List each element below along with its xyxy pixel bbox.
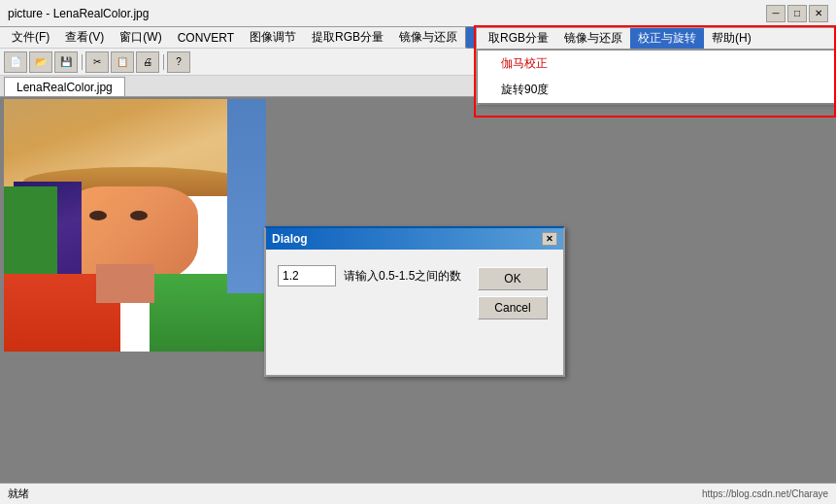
image-panel (4, 99, 266, 352)
popup-help[interactable]: 帮助(H) (704, 28, 759, 49)
popup-correct[interactable]: 校正与旋转 (630, 28, 704, 49)
menu-file[interactable]: 文件(F) (4, 27, 57, 48)
dialog-title-bar: Dialog ✕ (266, 228, 563, 250)
print-button[interactable]: 🖨 (136, 51, 159, 73)
toolbar-sep-1 (80, 51, 84, 73)
menu-mirror[interactable]: 镜像与还原 (391, 27, 465, 48)
dialog-prompt: 请输入0.5-1.5之间的数 (344, 268, 461, 285)
title-bar: picture - LenaRealColor.jpg ─ □ ✕ (0, 0, 836, 27)
popup-dropdown: 伽马校正 旋转90度 (477, 50, 835, 104)
popup-rgb[interactable]: 取RGB分量 (481, 28, 556, 49)
menu-rgb[interactable]: 提取RGB分量 (304, 27, 391, 48)
window-title: picture - LenaRealColor.jpg (8, 7, 149, 20)
status-bar: 就绪 https://blog.csdn.net/Charaye (0, 483, 836, 504)
menu-window[interactable]: 窗口(W) (112, 27, 169, 48)
close-button[interactable]: ✕ (809, 5, 828, 22)
menu-adjust[interactable]: 图像调节 (242, 27, 304, 48)
toolbar-sep-2 (161, 51, 165, 73)
main-content: LenaRealColor.jpg (0, 76, 836, 483)
app-window: picture - LenaRealColor.jpg ─ □ ✕ 文件(F) … (0, 0, 836, 504)
popup-menu-bar: 取RGB分量 镜像与还原 校正与旋转 帮助(H) (477, 28, 835, 50)
open-button[interactable]: 📂 (29, 51, 52, 73)
lena-image (4, 99, 266, 352)
dialog: Dialog ✕ 请输入0.5-1.5之间的数 OK Cancel (264, 226, 565, 377)
popup-mirror[interactable]: 镜像与还原 (556, 28, 630, 49)
maximize-button[interactable]: □ (787, 5, 807, 22)
image-tab[interactable]: LenaRealColor.jpg (4, 77, 125, 96)
gamma-correct-item[interactable]: 伽马校正 (478, 50, 834, 77)
menu-convert[interactable]: CONVERT (170, 29, 242, 47)
save-button[interactable]: 💾 (54, 51, 78, 73)
status-left: 就绪 (8, 487, 29, 501)
status-right: https://blog.csdn.net/Charaye (702, 488, 828, 499)
dialog-close-button[interactable]: ✕ (542, 232, 557, 246)
minimize-button[interactable]: ─ (766, 5, 786, 22)
gamma-input[interactable] (278, 265, 336, 286)
ok-button[interactable]: OK (478, 267, 548, 290)
popup-menu-container: 取RGB分量 镜像与还原 校正与旋转 帮助(H) 伽马校正 旋转90度 (476, 27, 836, 105)
cut-button[interactable]: ✂ (85, 51, 109, 73)
help-button[interactable]: ? (167, 51, 190, 73)
new-button[interactable]: 📄 (4, 51, 27, 73)
title-bar-controls: ─ □ ✕ (766, 5, 828, 22)
dialog-title: Dialog (272, 232, 308, 246)
menu-view[interactable]: 查看(V) (57, 27, 112, 48)
cancel-button[interactable]: Cancel (478, 296, 548, 319)
copy-button[interactable]: 📋 (111, 51, 134, 73)
dialog-buttons: OK Cancel (478, 267, 548, 319)
rotate-90-item[interactable]: 旋转90度 (478, 77, 834, 103)
